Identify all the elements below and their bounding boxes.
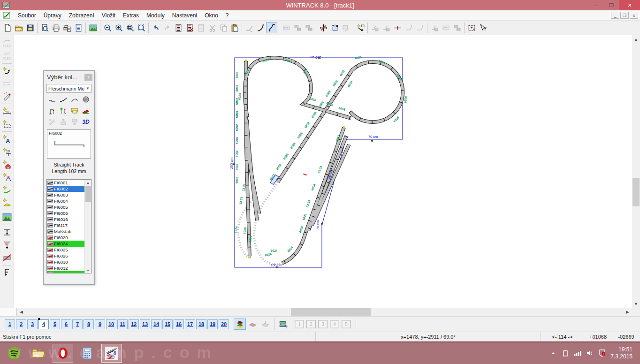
signal-category-button[interactable] (46, 106, 58, 115)
parallel-track-button[interactable] (429, 22, 440, 33)
insert-text-button[interactable] (1, 133, 13, 145)
file-explorer-icon[interactable] (28, 344, 49, 363)
layer-button-4[interactable]: 4 (38, 319, 49, 329)
hidden-icons-chevron[interactable] (549, 349, 557, 357)
split-track-button[interactable] (381, 22, 392, 33)
scroll-down-icon[interactable]: ▼ (632, 300, 640, 308)
page-frame-button-1[interactable]: 1 (295, 320, 304, 328)
volume-icon[interactable] (586, 349, 594, 357)
menu-item-zobrazen[interactable]: Zobrazení (65, 11, 98, 20)
rotate-180-button[interactable] (340, 22, 351, 33)
minimize-button[interactable]: – (587, 0, 603, 10)
single-layer-button[interactable] (246, 318, 259, 330)
layer-button-1[interactable]: 1 (5, 319, 15, 329)
background-image-button[interactable] (87, 22, 99, 33)
select-area-button[interactable] (466, 22, 477, 33)
track-plan-canvas[interactable]: 200 cm200 cm70 cm80 cm70 cm100 cm 602460… (14, 35, 632, 308)
mdi-minimize-button[interactable]: _ (611, 12, 619, 19)
profile-button[interactable] (1, 266, 13, 279)
layer-button-20[interactable]: 20 (219, 319, 229, 329)
mdi-restore-button[interactable]: ❐ (620, 12, 629, 19)
height-ruler-button[interactable] (1, 239, 13, 251)
restore-button[interactable]: ❐ (603, 0, 619, 10)
import-up-button[interactable] (58, 117, 69, 127)
layer-button-6[interactable]: 6 (61, 319, 71, 329)
context-help-button[interactable] (477, 22, 488, 33)
insert-image-button[interactable] (1, 211, 13, 223)
insert-terrain-button[interactable] (1, 196, 13, 208)
scroll-down-icon[interactable]: ▼ (85, 267, 91, 273)
wintrack-taskbar-icon[interactable]: 8 (101, 344, 122, 363)
figure-category-button[interactable] (58, 106, 69, 115)
print-preview-button[interactable] (39, 22, 50, 33)
page-frame-button-5[interactable]: 5 (342, 320, 351, 328)
layer-button-19[interactable]: 19 (207, 319, 218, 329)
plan-category-button[interactable] (69, 106, 80, 115)
draw-track-button[interactable] (1, 90, 13, 102)
all-layers-button[interactable] (234, 318, 246, 330)
menu-item-extras[interactable]: Extras (119, 11, 143, 20)
close-button[interactable]: ✕ (619, 0, 640, 10)
layer-button-15[interactable]: 15 (162, 319, 173, 329)
track-list[interactable]: FI6001FI6002FI6003FI6004FI6005FI6006FI60… (46, 179, 91, 273)
layer-button-18[interactable]: 18 (196, 319, 206, 329)
panel-close-button[interactable]: x (84, 74, 92, 81)
track-list-scrollbar[interactable]: ▲ ▼ (84, 180, 91, 273)
insert-flex-button[interactable] (1, 77, 13, 90)
insert-building-button[interactable] (1, 158, 13, 170)
join-track-button[interactable] (414, 22, 426, 33)
page-button[interactable] (195, 22, 206, 33)
s-curve-category-button[interactable] (69, 95, 80, 104)
action-center-flag-icon[interactable]: ! (598, 349, 606, 357)
import-down-button[interactable] (69, 117, 80, 127)
layer-button-14[interactable]: 14 (151, 319, 161, 329)
insert-rectangle-button[interactable] (1, 118, 13, 130)
menu-item-vloit[interactable]: Vložit (98, 11, 119, 20)
page-frame-button-4[interactable]: 4 (330, 320, 339, 328)
insert-dimension-button[interactable] (1, 105, 13, 117)
layer-button-17[interactable]: 17 (185, 319, 195, 329)
mdi-close-button[interactable]: x (630, 12, 638, 19)
insert-gradient-button[interactable] (1, 183, 13, 196)
scroll-left-icon[interactable]: ◀ (17, 308, 25, 316)
scroll-up-icon[interactable]: ▲ (85, 180, 91, 185)
layer-button-3[interactable]: 3 (27, 319, 38, 329)
zoom-in-button[interactable] (113, 22, 124, 33)
paste-button[interactable] (229, 22, 240, 33)
horizontal-scroll-thumb[interactable] (291, 308, 371, 316)
spotify-icon[interactable] (4, 344, 24, 363)
material-list-2-button[interactable] (184, 22, 195, 33)
vertical-scrollbar[interactable]: ▲ ▼ (632, 35, 640, 308)
calculator-icon[interactable] (77, 344, 98, 363)
network-signal-icon[interactable] (574, 349, 581, 357)
flex-750-button[interactable] (1, 50, 13, 62)
align-track-button[interactable] (369, 22, 381, 33)
redo-button[interactable] (161, 22, 173, 33)
print-setup-button[interactable] (61, 22, 73, 33)
zoom-fit-button[interactable] (136, 22, 147, 33)
new-button[interactable] (2, 22, 13, 33)
battery-icon[interactable] (562, 349, 569, 357)
layer-button-8[interactable]: 8 (84, 319, 94, 329)
layer-button-12[interactable]: 12 (129, 319, 139, 329)
track-pair-button[interactable] (292, 22, 303, 33)
page-frame-button-3[interactable]: 3 (318, 320, 328, 328)
insert-height-mark-button[interactable] (1, 145, 13, 158)
clock[interactable]: 19:51 7.3.2015 (610, 346, 635, 360)
menu-item-soubor[interactable]: Soubor (14, 11, 40, 20)
insert-figure-button[interactable] (1, 171, 13, 183)
save-button[interactable] (24, 22, 36, 33)
track-pair-2-button[interactable] (303, 22, 314, 33)
insert-element-button[interactable] (355, 22, 366, 33)
shift-track-button[interactable] (403, 22, 414, 33)
layer-manager-button[interactable] (277, 318, 289, 330)
curve-tool-button[interactable] (255, 22, 266, 33)
scroll-right-icon[interactable]: ▶ (624, 308, 632, 316)
track-network[interactable] (245, 58, 403, 263)
scroll-up-icon[interactable]: ▲ (632, 35, 640, 43)
layer-button-2[interactable]: 2 (16, 319, 26, 329)
menu-item-[interactable]: ? (222, 11, 233, 20)
connect-point-button[interactable] (392, 22, 403, 33)
double-track-button[interactable] (451, 22, 463, 33)
layer-button-9[interactable]: 9 (95, 319, 105, 329)
